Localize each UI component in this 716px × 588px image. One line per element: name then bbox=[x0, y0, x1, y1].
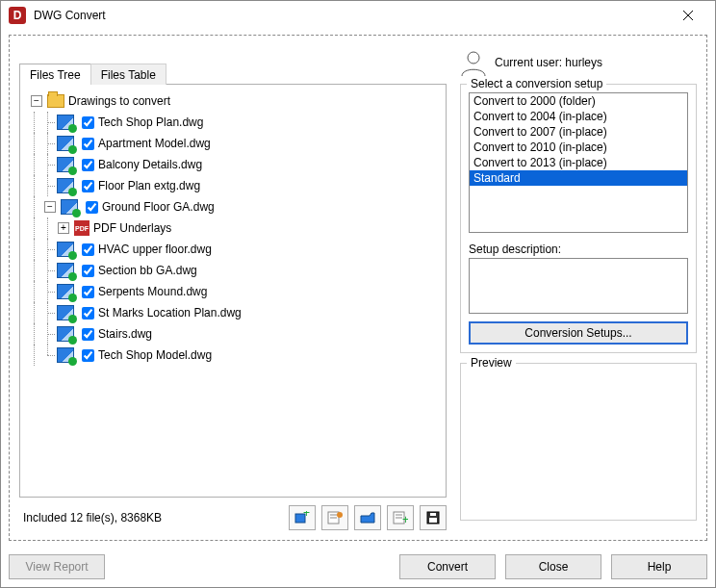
setup-desc-label: Setup description: bbox=[469, 243, 688, 256]
tab-files-table[interactable]: Files Table bbox=[90, 64, 166, 85]
file-checkbox[interactable] bbox=[82, 243, 94, 256]
dwg-icon bbox=[57, 136, 74, 151]
dwg-icon bbox=[57, 242, 74, 257]
setup-item-selected[interactable]: Standard bbox=[470, 170, 687, 186]
tree-item-label[interactable]: Balcony Details.dwg bbox=[98, 158, 202, 171]
convert-button[interactable]: Convert bbox=[399, 554, 496, 579]
tree-item-label[interactable]: Tech Shop Model.dwg bbox=[98, 348, 212, 362]
dwg-convert-dialog: D DWG Convert Files Tree Files Table − bbox=[0, 0, 716, 588]
file-checkbox[interactable] bbox=[82, 138, 94, 150]
expand-icon[interactable]: + bbox=[58, 222, 69, 234]
content-frame: Files Tree Files Table − Drawings to con… bbox=[9, 35, 707, 541]
dwg-icon bbox=[57, 305, 74, 320]
add-file-button[interactable]: + bbox=[289, 505, 316, 530]
dwg-icon bbox=[57, 157, 74, 172]
file-checkbox[interactable] bbox=[82, 349, 94, 362]
svg-text:+: + bbox=[402, 513, 408, 524]
setup-item[interactable]: Convert to 2013 (in-place) bbox=[470, 155, 687, 170]
close-button[interactable]: Close bbox=[505, 554, 601, 579]
pdf-icon: PDF bbox=[74, 220, 90, 236]
svg-rect-11 bbox=[429, 518, 437, 523]
preview-legend: Preview bbox=[467, 356, 516, 370]
setup-item[interactable]: Convert to 2010 (in-place) bbox=[470, 140, 687, 155]
help-button[interactable]: Help bbox=[611, 554, 707, 579]
save-list-button[interactable] bbox=[420, 505, 447, 530]
tree-root-label: Drawings to convert bbox=[68, 94, 170, 108]
files-tree[interactable]: − Drawings to convert Tech Shop Plan.dwg bbox=[19, 84, 447, 498]
close-icon[interactable] bbox=[669, 1, 707, 30]
file-checkbox[interactable] bbox=[82, 159, 94, 171]
svg-rect-12 bbox=[430, 513, 436, 516]
tree-item-label[interactable]: Apartment Model.dwg bbox=[98, 137, 211, 150]
view-report-button: View Report bbox=[9, 554, 105, 579]
collapse-icon[interactable]: − bbox=[44, 201, 56, 213]
dwg-icon bbox=[57, 115, 74, 130]
svg-text:+: + bbox=[303, 511, 310, 520]
tree-item-label[interactable]: Section bb GA.dwg bbox=[98, 264, 197, 277]
titlebar: D DWG Convert bbox=[1, 1, 715, 30]
open-list-button[interactable] bbox=[354, 505, 381, 530]
preview-group: Preview bbox=[460, 363, 697, 521]
setup-item[interactable]: Convert to 2007 (in-place) bbox=[470, 124, 687, 140]
tree-item-label[interactable]: Serpents Mound.dwg bbox=[98, 285, 207, 298]
tree-item-label[interactable]: PDF Underlays bbox=[93, 221, 171, 235]
tree-item-label[interactable]: HVAC upper floor.dwg bbox=[98, 243, 212, 256]
svg-point-5 bbox=[337, 512, 343, 518]
setup-legend: Select a conversion setup bbox=[467, 77, 606, 90]
user-icon bbox=[460, 48, 487, 77]
new-list-button[interactable] bbox=[321, 505, 348, 530]
file-checkbox[interactable] bbox=[82, 265, 94, 277]
setup-item[interactable]: Convert to 2000 (folder) bbox=[470, 93, 687, 109]
dwg-icon bbox=[57, 326, 74, 342]
tree-item-label[interactable]: Stairs.dwg bbox=[98, 327, 152, 341]
tree-item-label[interactable]: Ground Floor GA.dwg bbox=[102, 200, 215, 214]
dwg-icon bbox=[57, 263, 74, 278]
append-list-button[interactable]: + bbox=[387, 505, 414, 530]
file-checkbox[interactable] bbox=[82, 286, 94, 298]
conversion-setups-button[interactable]: Conversion Setups... bbox=[469, 321, 688, 345]
file-checkbox[interactable] bbox=[82, 328, 94, 341]
file-checkbox[interactable] bbox=[86, 201, 98, 214]
setup-description bbox=[469, 258, 688, 314]
app-icon: D bbox=[9, 7, 26, 24]
file-checkbox[interactable] bbox=[82, 180, 94, 192]
tree-item-label[interactable]: St Marks Location Plan.dwg bbox=[98, 306, 242, 320]
tabs: Files Tree Files Table bbox=[19, 46, 447, 85]
status-text: Included 12 file(s), 8368KB bbox=[19, 511, 162, 524]
dwg-icon bbox=[57, 284, 74, 299]
svg-point-13 bbox=[468, 52, 479, 64]
folder-icon bbox=[47, 94, 64, 108]
setup-listbox[interactable]: Convert to 2000 (folder) Convert to 2004… bbox=[469, 92, 688, 233]
window-title: DWG Convert bbox=[34, 9, 669, 22]
dwg-icon bbox=[61, 199, 78, 215]
current-user-label: Current user: hurleys bbox=[495, 56, 602, 69]
dwg-icon bbox=[57, 178, 74, 193]
tree-item-label[interactable]: Tech Shop Plan.dwg bbox=[98, 115, 203, 129]
collapse-icon[interactable]: − bbox=[31, 95, 42, 107]
file-checkbox[interactable] bbox=[82, 307, 94, 320]
file-checkbox[interactable] bbox=[82, 116, 94, 129]
dwg-icon bbox=[57, 347, 74, 363]
tab-files-tree[interactable]: Files Tree bbox=[19, 64, 91, 85]
tree-item-label[interactable]: Floor Plan extg.dwg bbox=[98, 179, 200, 192]
setup-item[interactable]: Convert to 2004 (in-place) bbox=[470, 109, 687, 124]
conversion-setup-group: Select a conversion setup Convert to 200… bbox=[460, 84, 697, 353]
